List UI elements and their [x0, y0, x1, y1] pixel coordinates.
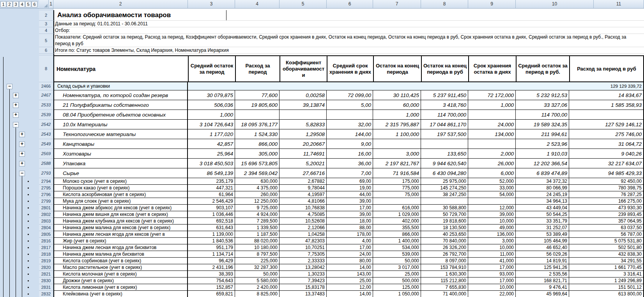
value-cell[interactable]: 4,19597: [280, 191, 327, 198]
row-header[interactable]: 2795: [39, 185, 53, 191]
value-cell[interactable]: 36,00: [327, 159, 373, 168]
value-cell[interactable]: 143,00: [327, 271, 373, 278]
row-header[interactable]: 2533: [39, 100, 53, 110]
expand-button-2543[interactable]: +: [19, 132, 25, 137]
column-header-6[interactable]: 6: [327, 0, 373, 9]
expand-button-2539[interactable]: +: [13, 112, 19, 118]
expand-button-2533[interactable]: +: [13, 103, 19, 108]
expand-button-2549[interactable]: +: [19, 141, 25, 147]
value-cell[interactable]: 1 339,500: [235, 225, 280, 231]
value-cell[interactable]: 31 064,72: [569, 139, 644, 149]
value-cell[interactable]: 26,000: [468, 159, 516, 168]
value-cell[interactable]: 53 389,49: [516, 231, 569, 238]
value-cell[interactable]: 76 287,25: [569, 191, 644, 198]
row-header[interactable]: 2569: [39, 149, 53, 159]
nomenclature-cell[interactable]: Начинка джем абрикос для кексов (учет в …: [53, 205, 188, 211]
value-cell[interactable]: 114 700,000: [421, 110, 468, 120]
row-header[interactable]: 2831: [39, 284, 53, 291]
outline-level-button-1[interactable]: 1: [0, 1, 6, 7]
value-cell[interactable]: 42,857: [188, 139, 235, 149]
value-cell[interactable]: 9 040,26: [569, 149, 644, 159]
value-cell[interactable]: 145 274,250: [421, 185, 468, 191]
collapse-button-2793[interactable]: −: [19, 171, 25, 176]
nomenclature-cell[interactable]: Начинка джем лесная ягода для кексов (уч…: [53, 231, 188, 238]
value-cell[interactable]: [235, 110, 280, 120]
value-cell[interactable]: 17,00: [327, 205, 373, 211]
value-cell[interactable]: 13,28042: [280, 264, 327, 271]
nomenclature-cell[interactable]: Начинка джем малина для бисквитов: [53, 251, 188, 258]
value-cell[interactable]: 86 549,139: [188, 168, 235, 178]
row-header[interactable]: 2830: [39, 278, 53, 284]
row-header[interactable]: 2794: [39, 178, 53, 185]
value-cell[interactable]: 10 180,000: [235, 244, 280, 251]
totals-line-cell[interactable]: Итоги по: Статус товаров Элементы, Склад…: [53, 47, 644, 54]
value-cell[interactable]: 24,00: [327, 251, 373, 258]
value-cell[interactable]: 5,82833: [280, 120, 327, 129]
nomenclature-cell[interactable]: Порошок какао (учет в сериях): [53, 185, 188, 191]
value-cell[interactable]: 2 420,000: [235, 284, 280, 291]
value-cell[interactable]: 1 661 770,45: [569, 264, 644, 271]
value-cell[interactable]: 30 588,800: [421, 205, 468, 211]
value-cell[interactable]: 24,000: [468, 120, 516, 129]
value-cell[interactable]: 32 217 634,07: [569, 159, 644, 168]
value-cell[interactable]: 1 177,020: [188, 129, 235, 139]
value-cell[interactable]: 34 372,32: [516, 178, 569, 185]
value-cell[interactable]: 19,00: [327, 185, 373, 191]
value-cell[interactable]: 10,70251: [280, 244, 327, 251]
value-cell[interactable]: 432 838,30: [569, 251, 644, 258]
value-cell[interactable]: 9 725,000: [235, 205, 280, 211]
value-cell[interactable]: 17,00: [327, 244, 373, 251]
value-cell[interactable]: 75,000: [373, 191, 421, 198]
value-cell[interactable]: 631,643: [188, 225, 235, 231]
value-cell[interactable]: 178,00: [327, 231, 373, 238]
value-cell[interactable]: 10,76838: [280, 205, 327, 211]
value-cell[interactable]: 12 202 366,54: [516, 159, 569, 168]
value-cell[interactable]: 534,000: [373, 244, 421, 251]
value-cell[interactable]: 1 050,000: [373, 291, 421, 297]
column-header-5[interactable]: 5: [280, 0, 327, 9]
value-cell[interactable]: 6 430 094,280: [421, 168, 468, 178]
value-cell[interactable]: 0,00258: [280, 90, 327, 100]
value-cell[interactable]: 1 400,000: [373, 238, 421, 244]
value-cell[interactable]: [569, 110, 644, 120]
value-cell[interactable]: 12,000: [468, 205, 516, 211]
value-cell[interactable]: 15,83178: [280, 284, 327, 291]
outline-level-button-6[interactable]: 6: [32, 1, 37, 7]
value-cell[interactable]: 9,00: [327, 139, 373, 149]
expand-button-2467[interactable]: +: [13, 93, 19, 98]
value-cell[interactable]: 754,643: [188, 278, 235, 284]
value-cell[interactable]: 20,20667: [280, 139, 327, 149]
column-header-1[interactable]: 1: [49, 0, 53, 9]
value-cell[interactable]: 1,000: [468, 100, 516, 110]
nomenclature-cell[interactable]: Кислота лимонная (учет в сериях): [53, 284, 188, 291]
value-cell[interactable]: 1,29508: [280, 129, 327, 139]
row-header[interactable]: 2817: [39, 244, 53, 251]
row-header[interactable]: 2: [39, 10, 53, 21]
value-cell[interactable]: 168 821,71: [516, 278, 569, 284]
row-header[interactable]: 2467: [39, 90, 53, 100]
value-cell[interactable]: 10,000: [468, 284, 516, 291]
value-cell[interactable]: 1 249 296,89: [569, 278, 644, 284]
value-cell[interactable]: 14,00: [327, 264, 373, 271]
row-header[interactable]: 2803: [39, 218, 53, 225]
value-cell[interactable]: 780 398,75: [569, 185, 644, 191]
value-cell[interactable]: [373, 139, 421, 149]
nomenclature-cell[interactable]: Кислота молочная (учет в сериях): [53, 271, 188, 278]
value-cell[interactable]: 18 130,500: [421, 225, 468, 231]
value-cell[interactable]: 260,000: [235, 191, 280, 198]
report-title-cell[interactable]: Анализ оборачиваемости товаров: [53, 10, 644, 21]
value-cell[interactable]: 50,000: [373, 258, 421, 264]
table-column-header[interactable]: Средний остаток за период: [188, 55, 235, 82]
value-cell[interactable]: 105 464,99: [516, 238, 569, 244]
value-cell[interactable]: 32,00: [327, 120, 373, 129]
value-cell[interactable]: 133,650: [421, 149, 468, 159]
value-cell[interactable]: 506,036: [188, 100, 235, 110]
value-cell[interactable]: 1 910,03: [516, 149, 569, 159]
value-cell[interactable]: 1 029,000: [373, 211, 421, 218]
value-cell[interactable]: 33,000: [468, 185, 516, 191]
nomenclature-cell[interactable]: Склад сырья и упаковки: [53, 82, 188, 90]
value-cell[interactable]: 9,78044: [280, 185, 327, 191]
value-cell[interactable]: 2,67882: [280, 178, 327, 185]
value-cell[interactable]: 39,00: [327, 211, 373, 218]
row-header[interactable]: 2816: [39, 238, 53, 244]
